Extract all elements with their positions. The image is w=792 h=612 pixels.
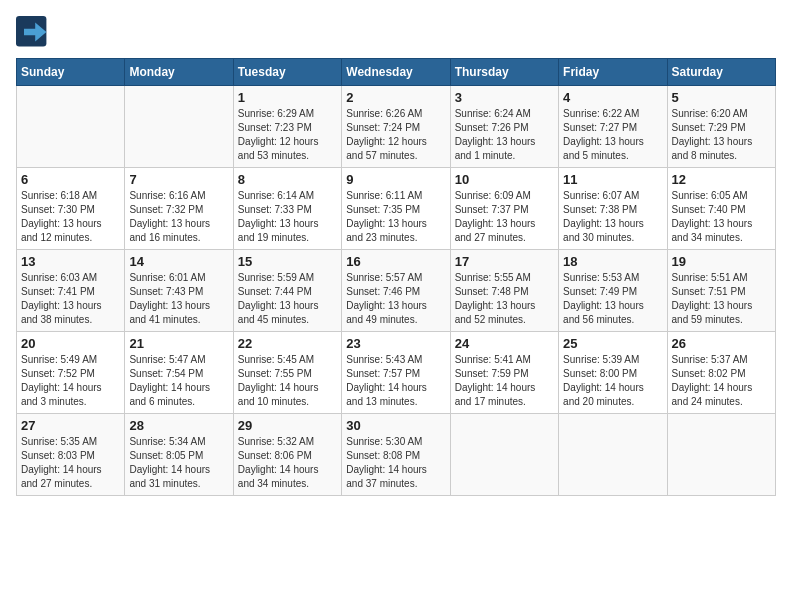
day-number: 20 [21, 336, 120, 351]
day-info: Sunrise: 6:20 AM Sunset: 7:29 PM Dayligh… [672, 107, 771, 163]
calendar-cell: 10Sunrise: 6:09 AM Sunset: 7:37 PM Dayli… [450, 168, 558, 250]
calendar-cell [450, 414, 558, 496]
calendar-cell: 4Sunrise: 6:22 AM Sunset: 7:27 PM Daylig… [559, 86, 667, 168]
calendar-week-row: 27Sunrise: 5:35 AM Sunset: 8:03 PM Dayli… [17, 414, 776, 496]
calendar-cell: 23Sunrise: 5:43 AM Sunset: 7:57 PM Dayli… [342, 332, 450, 414]
day-info: Sunrise: 5:59 AM Sunset: 7:44 PM Dayligh… [238, 271, 337, 327]
calendar-cell: 22Sunrise: 5:45 AM Sunset: 7:55 PM Dayli… [233, 332, 341, 414]
day-info: Sunrise: 6:07 AM Sunset: 7:38 PM Dayligh… [563, 189, 662, 245]
calendar-cell [667, 414, 775, 496]
logo-icon [16, 16, 48, 48]
day-number: 6 [21, 172, 120, 187]
day-info: Sunrise: 5:43 AM Sunset: 7:57 PM Dayligh… [346, 353, 445, 409]
day-info: Sunrise: 6:03 AM Sunset: 7:41 PM Dayligh… [21, 271, 120, 327]
calendar-cell: 1Sunrise: 6:29 AM Sunset: 7:23 PM Daylig… [233, 86, 341, 168]
calendar-body: 1Sunrise: 6:29 AM Sunset: 7:23 PM Daylig… [17, 86, 776, 496]
day-info: Sunrise: 5:45 AM Sunset: 7:55 PM Dayligh… [238, 353, 337, 409]
day-number: 1 [238, 90, 337, 105]
day-info: Sunrise: 5:30 AM Sunset: 8:08 PM Dayligh… [346, 435, 445, 491]
day-number: 16 [346, 254, 445, 269]
calendar-cell: 27Sunrise: 5:35 AM Sunset: 8:03 PM Dayli… [17, 414, 125, 496]
day-number: 23 [346, 336, 445, 351]
day-info: Sunrise: 6:18 AM Sunset: 7:30 PM Dayligh… [21, 189, 120, 245]
day-number: 26 [672, 336, 771, 351]
day-number: 14 [129, 254, 228, 269]
day-number: 13 [21, 254, 120, 269]
day-number: 5 [672, 90, 771, 105]
calendar-cell: 12Sunrise: 6:05 AM Sunset: 7:40 PM Dayli… [667, 168, 775, 250]
day-number: 18 [563, 254, 662, 269]
logo [16, 16, 54, 48]
weekday-header: Tuesday [233, 59, 341, 86]
calendar-cell: 15Sunrise: 5:59 AM Sunset: 7:44 PM Dayli… [233, 250, 341, 332]
calendar-week-row: 20Sunrise: 5:49 AM Sunset: 7:52 PM Dayli… [17, 332, 776, 414]
day-info: Sunrise: 5:51 AM Sunset: 7:51 PM Dayligh… [672, 271, 771, 327]
calendar-cell: 14Sunrise: 6:01 AM Sunset: 7:43 PM Dayli… [125, 250, 233, 332]
day-info: Sunrise: 6:24 AM Sunset: 7:26 PM Dayligh… [455, 107, 554, 163]
day-number: 21 [129, 336, 228, 351]
day-number: 8 [238, 172, 337, 187]
calendar-cell: 2Sunrise: 6:26 AM Sunset: 7:24 PM Daylig… [342, 86, 450, 168]
day-info: Sunrise: 6:14 AM Sunset: 7:33 PM Dayligh… [238, 189, 337, 245]
calendar-week-row: 6Sunrise: 6:18 AM Sunset: 7:30 PM Daylig… [17, 168, 776, 250]
calendar-week-row: 13Sunrise: 6:03 AM Sunset: 7:41 PM Dayli… [17, 250, 776, 332]
day-info: Sunrise: 5:35 AM Sunset: 8:03 PM Dayligh… [21, 435, 120, 491]
day-info: Sunrise: 6:16 AM Sunset: 7:32 PM Dayligh… [129, 189, 228, 245]
day-info: Sunrise: 5:37 AM Sunset: 8:02 PM Dayligh… [672, 353, 771, 409]
weekday-header: Friday [559, 59, 667, 86]
calendar-cell: 21Sunrise: 5:47 AM Sunset: 7:54 PM Dayli… [125, 332, 233, 414]
calendar-cell: 28Sunrise: 5:34 AM Sunset: 8:05 PM Dayli… [125, 414, 233, 496]
day-number: 22 [238, 336, 337, 351]
calendar-cell: 18Sunrise: 5:53 AM Sunset: 7:49 PM Dayli… [559, 250, 667, 332]
calendar-cell: 11Sunrise: 6:07 AM Sunset: 7:38 PM Dayli… [559, 168, 667, 250]
header [16, 16, 776, 48]
calendar-cell: 13Sunrise: 6:03 AM Sunset: 7:41 PM Dayli… [17, 250, 125, 332]
day-info: Sunrise: 5:49 AM Sunset: 7:52 PM Dayligh… [21, 353, 120, 409]
day-number: 12 [672, 172, 771, 187]
calendar-cell: 30Sunrise: 5:30 AM Sunset: 8:08 PM Dayli… [342, 414, 450, 496]
day-info: Sunrise: 5:55 AM Sunset: 7:48 PM Dayligh… [455, 271, 554, 327]
calendar-week-row: 1Sunrise: 6:29 AM Sunset: 7:23 PM Daylig… [17, 86, 776, 168]
day-info: Sunrise: 6:11 AM Sunset: 7:35 PM Dayligh… [346, 189, 445, 245]
day-number: 24 [455, 336, 554, 351]
day-number: 29 [238, 418, 337, 433]
day-info: Sunrise: 5:53 AM Sunset: 7:49 PM Dayligh… [563, 271, 662, 327]
calendar-cell: 8Sunrise: 6:14 AM Sunset: 7:33 PM Daylig… [233, 168, 341, 250]
day-info: Sunrise: 6:09 AM Sunset: 7:37 PM Dayligh… [455, 189, 554, 245]
calendar-cell: 29Sunrise: 5:32 AM Sunset: 8:06 PM Dayli… [233, 414, 341, 496]
calendar-cell: 26Sunrise: 5:37 AM Sunset: 8:02 PM Dayli… [667, 332, 775, 414]
day-number: 28 [129, 418, 228, 433]
day-number: 17 [455, 254, 554, 269]
day-info: Sunrise: 5:32 AM Sunset: 8:06 PM Dayligh… [238, 435, 337, 491]
day-number: 15 [238, 254, 337, 269]
calendar-cell [125, 86, 233, 168]
calendar-cell: 25Sunrise: 5:39 AM Sunset: 8:00 PM Dayli… [559, 332, 667, 414]
weekday-header: Thursday [450, 59, 558, 86]
weekday-header: Wednesday [342, 59, 450, 86]
calendar-cell [17, 86, 125, 168]
day-info: Sunrise: 6:29 AM Sunset: 7:23 PM Dayligh… [238, 107, 337, 163]
day-number: 27 [21, 418, 120, 433]
day-number: 2 [346, 90, 445, 105]
day-info: Sunrise: 5:57 AM Sunset: 7:46 PM Dayligh… [346, 271, 445, 327]
calendar-cell: 24Sunrise: 5:41 AM Sunset: 7:59 PM Dayli… [450, 332, 558, 414]
calendar-cell: 6Sunrise: 6:18 AM Sunset: 7:30 PM Daylig… [17, 168, 125, 250]
day-number: 4 [563, 90, 662, 105]
day-number: 3 [455, 90, 554, 105]
calendar-cell: 7Sunrise: 6:16 AM Sunset: 7:32 PM Daylig… [125, 168, 233, 250]
weekday-header: Monday [125, 59, 233, 86]
calendar-table: SundayMondayTuesdayWednesdayThursdayFrid… [16, 58, 776, 496]
day-info: Sunrise: 6:01 AM Sunset: 7:43 PM Dayligh… [129, 271, 228, 327]
day-info: Sunrise: 6:26 AM Sunset: 7:24 PM Dayligh… [346, 107, 445, 163]
calendar-cell: 3Sunrise: 6:24 AM Sunset: 7:26 PM Daylig… [450, 86, 558, 168]
weekday-header: Saturday [667, 59, 775, 86]
calendar-cell: 17Sunrise: 5:55 AM Sunset: 7:48 PM Dayli… [450, 250, 558, 332]
calendar-cell [559, 414, 667, 496]
calendar-cell: 16Sunrise: 5:57 AM Sunset: 7:46 PM Dayli… [342, 250, 450, 332]
day-info: Sunrise: 6:05 AM Sunset: 7:40 PM Dayligh… [672, 189, 771, 245]
day-info: Sunrise: 5:41 AM Sunset: 7:59 PM Dayligh… [455, 353, 554, 409]
day-number: 10 [455, 172, 554, 187]
day-info: Sunrise: 6:22 AM Sunset: 7:27 PM Dayligh… [563, 107, 662, 163]
calendar-cell: 20Sunrise: 5:49 AM Sunset: 7:52 PM Dayli… [17, 332, 125, 414]
day-number: 7 [129, 172, 228, 187]
